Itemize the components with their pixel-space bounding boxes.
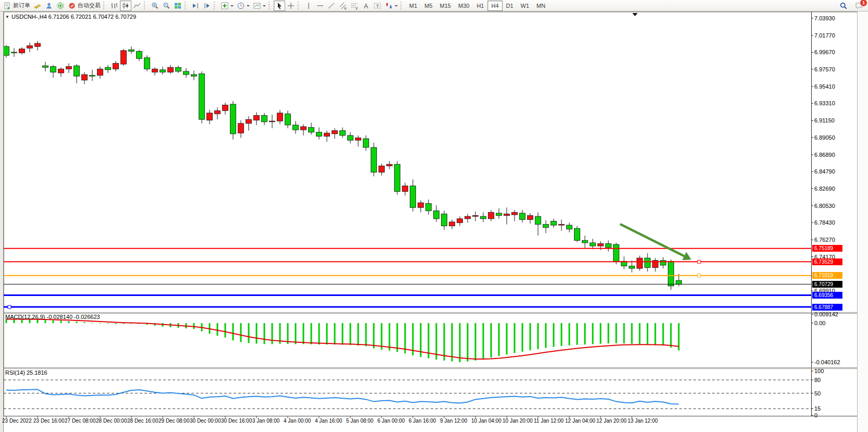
dropdown-caret-icon [230, 5, 234, 8]
timeframe-button-MN[interactable]: MN [533, 1, 549, 11]
macd-histogram-bar [639, 323, 641, 344]
macd-histogram-bar [624, 323, 625, 343]
community-button[interactable] [43, 1, 55, 11]
new-order-button[interactable]: 新订单 [2, 1, 32, 11]
trendline-button[interactable] [326, 1, 337, 11]
templates-button[interactable] [251, 1, 267, 11]
indicators-icon [221, 2, 229, 10]
candle [559, 225, 565, 226]
timeframe-button-M1[interactable]: M1 [406, 1, 421, 11]
candle [90, 76, 95, 77]
candlestick-chart-icon [121, 2, 130, 10]
candle [567, 225, 572, 229]
trend-arrow[interactable] [620, 224, 684, 256]
auto-scroll-button[interactable] [190, 1, 201, 11]
timeframe-button-H1[interactable]: H1 [473, 1, 487, 11]
candle [207, 113, 213, 120]
candle [496, 213, 502, 216]
macd-histogram-bar [569, 323, 570, 345]
timeframe-button-H4[interactable]: H4 [487, 1, 502, 11]
notifications-button[interactable]: 1 [853, 1, 865, 11]
arrows-button[interactable] [383, 1, 399, 11]
candle [668, 261, 674, 286]
rsi-line [6, 389, 679, 404]
hline-handle[interactable] [698, 260, 701, 263]
candle [74, 66, 80, 76]
chart-shift-marker-icon[interactable] [632, 13, 638, 16]
autotrading-label: 自动交易 [78, 2, 101, 9]
horizontal-line-button[interactable] [314, 1, 326, 11]
candle [606, 243, 612, 248]
macd-histogram-bar [358, 323, 359, 345]
autotrading-button[interactable]: 自动交易 [66, 1, 102, 11]
arrows-icon [385, 2, 393, 10]
cursor-button[interactable] [274, 1, 285, 11]
macd-histogram-bar [592, 323, 594, 344]
macd-histogram-bar [334, 323, 336, 344]
candle [4, 46, 9, 55]
chart-area[interactable] [0, 0, 868, 432]
equidistant-channel-icon: E [339, 2, 347, 10]
macd-histogram-bar [491, 323, 492, 357]
timeframe-button-M15[interactable]: M15 [436, 1, 455, 11]
macd-histogram-bar [287, 323, 289, 344]
candle [301, 127, 307, 130]
vertical-line-button[interactable] [303, 1, 314, 11]
text-button[interactable]: A [360, 1, 372, 11]
zoom-in-button[interactable] [149, 1, 161, 11]
candlestick-chart-button[interactable] [120, 1, 131, 11]
signals-button[interactable] [55, 1, 66, 11]
candle [402, 186, 408, 192]
macd-histogram-bar [483, 323, 484, 359]
search-button[interactable] [838, 1, 849, 11]
candle [191, 75, 197, 76]
timeframe-button-M5[interactable]: M5 [421, 1, 436, 11]
dropdown-caret-icon [395, 5, 398, 8]
timeframe-button-W1[interactable]: W1 [517, 1, 533, 11]
auto-scroll-icon [191, 2, 200, 10]
zoom-out-button[interactable] [161, 1, 172, 11]
macd-histogram-bar [84, 322, 85, 323]
candle [637, 258, 643, 268]
timeframe-button-M30[interactable]: M30 [455, 1, 473, 11]
gold-button[interactable] [32, 1, 43, 11]
crosshair-button[interactable] [285, 1, 297, 11]
candle [348, 135, 353, 140]
candle [277, 113, 283, 121]
fibonacci-button[interactable]: F [349, 1, 360, 11]
cursor-icon [275, 2, 284, 10]
timeframe-button-D1[interactable]: D1 [503, 1, 517, 11]
bar-chart-button[interactable] [108, 1, 120, 11]
candle [293, 125, 299, 130]
macd-histogram-bar [68, 321, 70, 323]
crosshair-icon [287, 2, 295, 10]
chart-shift-button[interactable] [201, 1, 213, 11]
toolbar-grip [103, 2, 106, 9]
macd-histogram-bar [670, 323, 672, 348]
candle [582, 240, 588, 243]
candle [82, 75, 88, 80]
hline-handle[interactable] [698, 274, 701, 277]
candle [316, 132, 322, 137]
hline-handle[interactable] [8, 305, 11, 308]
periods-button[interactable] [235, 1, 251, 11]
equidistant-channel-button[interactable]: E [337, 1, 349, 11]
candle [504, 214, 510, 216]
candle [105, 67, 111, 70]
macd-histogram-bar [373, 323, 375, 349]
macd-histogram-bar [522, 323, 523, 352]
line-chart-button[interactable] [131, 1, 143, 11]
candle [473, 216, 479, 217]
window-left-edge [0, 11, 4, 432]
indicators-button[interactable] [219, 1, 235, 11]
macd-histogram-bar [663, 323, 664, 345]
candle [129, 50, 135, 51]
candle [246, 119, 252, 124]
candle [184, 71, 189, 75]
tile-windows-button[interactable] [172, 1, 184, 11]
text-label-button[interactable]: T [372, 1, 383, 11]
macd-histogram-bar [514, 323, 516, 353]
macd-histogram-bar [584, 323, 586, 344]
candle [356, 138, 361, 141]
macd-histogram-bar [193, 323, 195, 329]
